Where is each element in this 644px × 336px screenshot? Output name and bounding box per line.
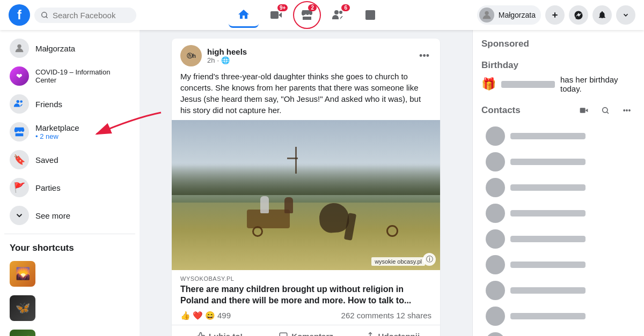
nav-video[interactable]: 9+ [261,2,291,28]
post-author-avatar[interactable]: ⓗh [180,45,202,66]
messenger-button[interactable] [569,5,588,25]
contact-item-2[interactable] [481,149,635,175]
contact-item-1[interactable] [481,123,635,149]
post-separator: · [217,56,219,64]
search-box[interactable] [34,8,136,23]
contact-name-3 [510,184,586,191]
more-contacts-icon[interactable]: ••• [618,102,635,119]
svg-point-5 [339,11,342,14]
comments-shares[interactable]: 262 comments 12 shares [341,311,431,320]
sidebar-item-marketplace[interactable]: Marketplace • 2 new [4,118,135,146]
sponsored-title: Sponsored [481,39,635,49]
messenger-icon [574,10,583,20]
chevron-down-icon [622,11,630,19]
like-emoji: 👍 [180,311,191,320]
nav-marketplace[interactable]: 2 [293,1,321,29]
birthday-text: has her birthday today. [560,75,635,93]
contact-avatar-5 [486,229,505,249]
contact-item-7[interactable] [481,278,635,303]
search-contacts-icon[interactable] [597,102,614,119]
nav-gaming[interactable] [355,2,385,28]
search-input[interactable] [53,11,130,20]
contact-name-1 [510,133,586,139]
contact-item-5[interactable] [481,226,635,252]
contact-avatar-8 [486,307,505,326]
shares-count-val: 12 shares [396,311,431,320]
parties-label: Parties [35,183,61,192]
contact-name-2 [510,159,586,165]
contact-item-4[interactable] [481,200,635,226]
nav-home[interactable] [229,2,259,28]
add-button[interactable] [545,5,565,25]
post-header: ⓗh high heels 2h · 🌐 ••• [172,39,440,69]
shortcut-3[interactable]: 🌿 [4,326,135,336]
post-image: wysokie obcasy.pl ⓘ [172,120,440,270]
svg-point-4 [334,10,339,14]
sidebar-item-friends[interactable]: Friends [4,90,135,118]
contacts-header: Contacts ••• [481,102,635,119]
menu-button[interactable] [616,5,635,25]
image-info-icon[interactable]: ⓘ [423,253,436,266]
sidebar-item-covid[interactable]: ❤ COVID-19 – Information Center [4,62,135,90]
birthday-icon: 🎁 [481,77,496,91]
contact-avatar-2 [486,152,505,171]
friends-icon [10,94,29,114]
share-label: Udostępnij [378,332,420,336]
shortcut-2[interactable]: 🦋 [4,292,135,324]
share-button[interactable]: Udostępnij [349,327,436,336]
friends-label: Friends [35,100,62,109]
video-badge: 9+ [277,4,288,11]
topnav-center: 9+ 2 6 [229,1,385,29]
shortcut-thumb-1: 🌄 [10,261,35,287]
user-avatar [479,8,494,23]
birthday-box: 🎁 has her birthday today. [481,75,635,93]
post-stats: 👍 ❤️ 😄 499 262 comments 12 shares [172,307,440,325]
contact-name-6 [510,262,586,268]
comment-button[interactable]: Komentarz [262,327,349,336]
svg-point-8 [485,11,488,15]
sidebar-item-parties[interactable]: 🚩 Parties [4,174,135,201]
marketplace-sub: • 2 new [35,132,79,140]
video-call-icon[interactable] [575,102,592,119]
contact-item-3[interactable] [481,175,635,200]
home-icon [237,8,250,21]
shortcut-1[interactable]: 🌄 [4,258,135,290]
topnav-right: Małgorzata [477,5,635,25]
user-profile-pill[interactable]: Małgorzata [477,5,541,25]
contact-item-9[interactable] [481,329,635,336]
sidebar-item-saved[interactable]: 🔖 Saved [4,146,135,174]
facebook-logo[interactable]: f [9,4,30,26]
post-link-preview[interactable]: WYSOKOBASY.PL There are many children br… [172,270,440,307]
contact-avatar-9 [486,332,505,336]
contact-avatar-1 [486,126,505,146]
notifications-button[interactable] [592,5,612,25]
sidebar-item-profile[interactable]: Małgorzata [4,34,135,62]
svg-point-11 [17,44,21,48]
sidebar-left: Małgorzata ❤ COVID-19 – Information Cent… [0,30,140,336]
seemore-label: See more [35,211,70,220]
nav-groups[interactable]: 6 [323,2,353,28]
contacts-title: Contacts [481,105,521,116]
like-label: Lubię to! [209,332,243,336]
page-body: Małgorzata ❤ COVID-19 – Information Cent… [0,0,644,336]
reaction-icons[interactable]: 👍 ❤️ 😄 499 [180,311,231,320]
contact-item-6[interactable] [481,252,635,278]
svg-line-17 [607,112,609,114]
comment-icon [279,332,288,336]
shortcuts-grid: 🌄 🦋 🌿 🏔 [4,258,135,336]
svg-marker-3 [279,12,282,18]
bell-icon [597,10,607,20]
covid-icon: ❤ [10,66,29,86]
post-time: 2h [207,56,215,64]
sidebar-right: Sponsored Birthday 🎁 has her birthday to… [472,30,644,336]
sidebar-item-seemore[interactable]: See more [4,201,135,229]
like-button[interactable]: Lubię to! [176,327,262,336]
svg-point-16 [603,108,608,113]
haha-emoji: 😄 [205,311,215,320]
contact-item-8[interactable] [481,303,635,329]
post-body-text: My friend's three-year-old daughter thin… [172,69,440,120]
svg-line-1 [46,17,48,18]
post-more-btn[interactable]: ••• [417,48,431,64]
svg-point-13 [20,100,23,103]
contact-name-5 [510,236,586,242]
